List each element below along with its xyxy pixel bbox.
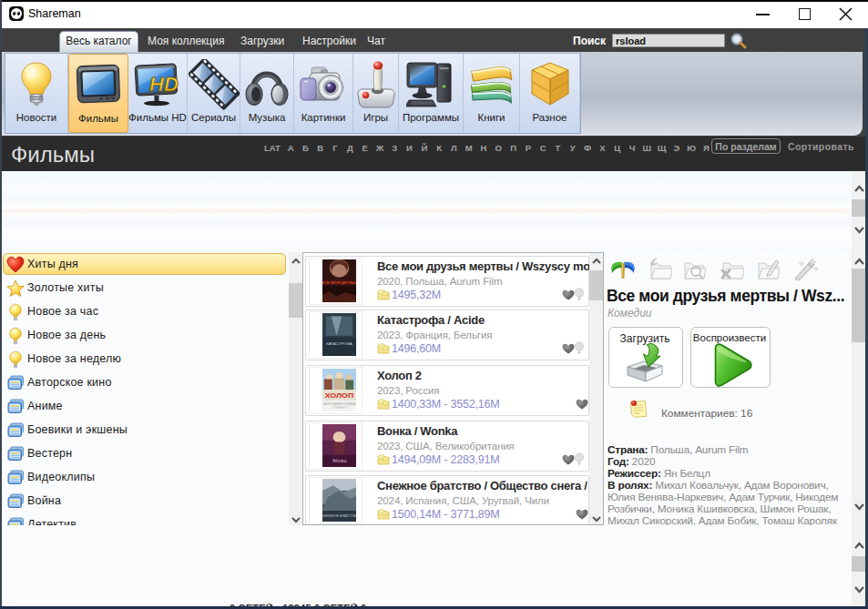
svg-text:ВСЕ МОИ ДРУЗЬЯ: ВСЕ МОИ ДРУЗЬЯ xyxy=(322,280,356,285)
svg-text:КАТАСТРОФА: КАТАСТРОФА xyxy=(326,342,352,347)
svg-text:НОВОГОДНЯЯ КОМЕДИЯ: НОВОГОДНЯЯ КОМЕДИЯ xyxy=(322,402,356,406)
svg-text:1 ЯНВАРЯ: 1 ЯНВАРЯ xyxy=(332,406,348,410)
svg-text:Wonka: Wonka xyxy=(332,458,347,463)
svg-text:HD: HD xyxy=(149,73,179,96)
svg-text:ХОЛОП: ХОЛОП xyxy=(325,391,353,401)
svg-text:СНЕЖНОЕ БРАТСТВО: СНЕЖНОЕ БРАТСТВО xyxy=(322,514,356,518)
